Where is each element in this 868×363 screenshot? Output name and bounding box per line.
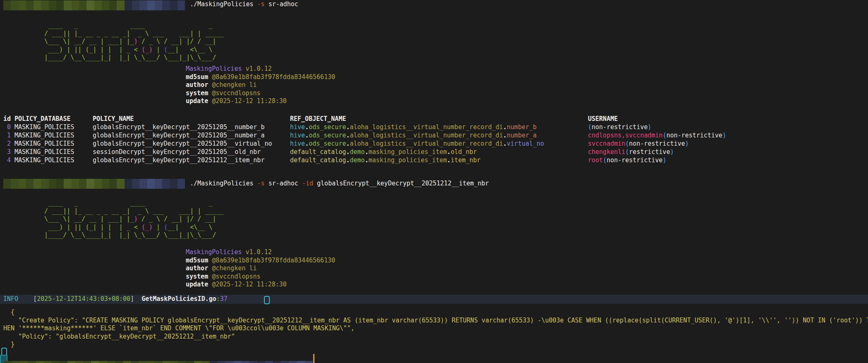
prompt-band-block <box>83 361 91 363</box>
text-segment: ods_secure <box>309 132 346 139</box>
prompt-band-block <box>117 0 124 10</box>
log-line: INFO [2025-12-12T14:43:03+08:00] GetMask… <box>3 295 228 303</box>
command-line-1: ./MaskingPolicies -s sr-adhoc <box>190 0 298 9</box>
prompt-band-block <box>115 361 123 363</box>
prompt-band-block <box>107 361 115 363</box>
text-segment: update <box>186 281 208 288</box>
table-row: 4MASKING_POLICIESglobalsEncrypt__keyDecr… <box>3 156 726 164</box>
text-segment: chengkenli <box>588 148 625 156</box>
text-segment: aloha_logistics__virtual_number_record_d… <box>350 132 503 139</box>
version-info-line: MaskingPolicies v1.0.12 <box>186 248 335 257</box>
text-segment: default_catalog <box>290 148 346 156</box>
text-segment: ods_secure <box>309 140 346 147</box>
prompt-band-block <box>131 361 139 363</box>
text-segment: ) <box>134 215 138 223</box>
prompt-band-block <box>123 361 131 363</box>
terminal-screen[interactable]: ./MaskingPolicies -s sr-adhoc ____ _ ___… <box>0 0 868 363</box>
text-segment: (_) <box>141 224 153 231</box>
prompt-band-block <box>242 361 249 363</box>
prompt-band-block <box>289 361 297 363</box>
command-line-2: ./MaskingPolicies -s sr-adhoc -id global… <box>190 180 489 188</box>
text-segment: . <box>503 140 507 147</box>
text-segment: non-restrictive <box>607 156 662 164</box>
prompt-band-block <box>11 0 18 10</box>
text-segment: 37 <box>220 295 228 303</box>
table-cell: MASKING_POLICIES <box>14 139 93 148</box>
prompt-band-block <box>155 0 162 10</box>
prompt-band-block <box>109 0 117 10</box>
ascii-art-line: ___) | || (_| | | | _ < (_) | (__| <\__ … <box>37 46 224 54</box>
json-output-line: { <box>3 308 868 317</box>
prompt-band-block <box>163 361 170 363</box>
column-header: id <box>3 115 11 123</box>
prompt-band-block <box>125 0 132 10</box>
table-cell: MASKING_POLICIES <box>14 156 93 164</box>
prompt-band-block <box>218 361 225 363</box>
text-segment: md5sum <box>186 73 208 81</box>
text-segment: . <box>365 148 369 156</box>
text-segment: ( <box>164 224 168 231</box>
text-segment: / ___|| |_ __ _ _ __ _| _ \ ___ ___| | _… <box>37 30 224 37</box>
prompt-band-block <box>26 179 34 189</box>
prompt-band-block <box>28 361 36 363</box>
prompt-band-block <box>49 179 56 189</box>
text-segment: ___) | || (_| | | | _ < <box>37 224 141 231</box>
prompt-band-block <box>170 0 177 10</box>
column-header: REF_OBJECT_NAME <box>290 115 588 123</box>
text-segment: |____/ \__\____|_| |_| \_\___/ \___|_|\_… <box>37 54 216 61</box>
prompt-band-block <box>177 0 185 10</box>
hollow-cursor-icon <box>264 296 270 304</box>
prompt-band-block <box>34 179 41 189</box>
text-segment: -s <box>257 180 265 187</box>
prompt-band-block <box>26 0 34 10</box>
text-segment: __| <\__ \ <box>168 224 212 231</box>
prompt-band-block <box>147 179 155 189</box>
text-segment: @8a639e1b8fab3f978fdda83446566130 <box>208 257 335 264</box>
text-segment: . <box>447 148 451 156</box>
table-cell: 2 <box>3 139 11 148</box>
prompt-band-block <box>210 361 218 363</box>
prompt-band-block <box>3 0 11 10</box>
text-segment: -s <box>257 0 265 8</box>
prompt-band-block <box>109 179 117 189</box>
text-segment: @2025-12-12 11:28:30 <box>208 281 287 288</box>
text-segment: non-restrictive <box>629 140 685 147</box>
prompt-band-block <box>41 179 48 189</box>
text-segment: author <box>186 264 208 272</box>
prompt-band-block <box>139 179 147 189</box>
prompt-band-block <box>19 0 26 10</box>
version-info-line: author @chengken li <box>186 264 335 273</box>
text-segment: virtual_no <box>507 140 544 147</box>
table-cell: chengkenli(restrictive) <box>588 148 726 156</box>
text-segment: . <box>346 132 350 139</box>
text-segment: svccnadmin <box>588 140 625 147</box>
text-segment: ( <box>164 46 168 53</box>
prompt-band-block <box>170 179 177 189</box>
text-segment: sr-adhoc <box>265 0 298 8</box>
prompt-band-block <box>154 361 162 363</box>
prompt-band-block <box>146 361 154 363</box>
text-segment: non-restrictive <box>592 123 647 131</box>
version-info-line: system @svccndlopsns <box>186 273 335 281</box>
ascii-art-line: ____ _ ____ _ <box>37 199 224 207</box>
text-segment: [ <box>33 295 37 303</box>
prompt-band-block <box>79 0 86 10</box>
version-info-line: system @svccndlopsns <box>186 89 335 98</box>
text-segment: ( <box>588 123 592 131</box>
text-segment: hive <box>290 132 305 139</box>
text-segment: ___) | || (_| | | | _ < <box>37 46 141 53</box>
prompt-band-block <box>11 179 18 189</box>
table-row: 0MASKING_POLICIESglobalsEncrypt__keyDecr… <box>3 123 726 131</box>
text-segment: ] <box>130 295 134 303</box>
text-segment: demo <box>350 156 365 164</box>
text-segment: v1.0.12 <box>242 65 271 72</box>
prompt-band-block <box>125 179 132 189</box>
text-segment: MaskingPolicies <box>186 248 242 256</box>
prompt-band-block <box>56 179 64 189</box>
json-output-line: HEN '******masking******' ELSE `item_nbr… <box>3 325 868 333</box>
text-segment: ./MaskingPolicies <box>190 180 257 187</box>
prompt-band-block <box>139 361 146 363</box>
text-segment: . <box>346 123 350 131</box>
table-cell: MASKING_POLICIES <box>14 131 93 139</box>
text-segment: . <box>503 132 507 139</box>
